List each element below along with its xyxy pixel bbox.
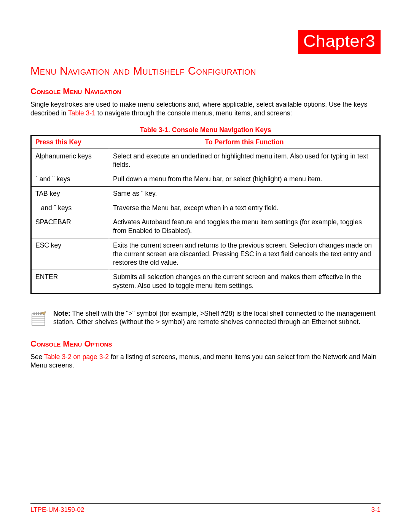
cell-key: ˙ and ¨ keys <box>31 172 109 187</box>
section2-intro: See Table 3-2 on page 3-2 for a listing … <box>30 353 381 370</box>
cell-key: TAB key <box>31 186 109 201</box>
section1-intro: Single keystrokes are used to make menu … <box>30 100 381 118</box>
cell-key: ENTER <box>31 270 109 294</box>
page-title: Menu Navigation and Multishelf Configura… <box>30 65 381 77</box>
chapter-badge: Chapter3 <box>298 30 381 54</box>
cell-key: ¯ and ˇ keys <box>31 201 109 215</box>
svg-rect-7 <box>38 312 39 315</box>
table-caption: Table 3-1. Console Menu Navigation Keys <box>30 126 381 134</box>
cell-func: Same as ¨ key. <box>109 186 380 201</box>
table-3-2-link[interactable]: Table 3-2 on page 3-2 <box>44 353 109 361</box>
table-row: TAB key Same as ¨ key. <box>31 186 380 201</box>
cell-func: Submits all selection changes on the cur… <box>109 270 380 294</box>
cell-func: Select and execute an underlined or high… <box>109 149 380 172</box>
cell-key: SPACEBAR <box>31 215 109 238</box>
table-row: Alphanumeric keys Select and execute an … <box>31 149 380 172</box>
svg-rect-5 <box>33 312 35 315</box>
table-row: ¯ and ˇ keys Traverse the Menu bar, exce… <box>31 201 380 215</box>
section-console-menu-options-title: Console Menu Options <box>30 339 381 349</box>
cell-func: Traverse the Menu bar, except when in a … <box>109 201 380 215</box>
footer-doc-id: LTPE-UM-3159-02 <box>30 506 84 514</box>
page-footer: LTPE-UM-3159-02 3-1 <box>30 503 381 514</box>
cell-key: Alphanumeric keys <box>31 149 109 172</box>
svg-rect-6 <box>36 312 37 315</box>
cell-func: Exits the current screen and returns to … <box>109 238 380 270</box>
svg-rect-0 <box>32 314 45 325</box>
table-row: ˙ and ¨ keys Pull down a menu from the M… <box>31 172 380 187</box>
note-text: Note: The shelf with the ">" symbol (for… <box>53 309 381 327</box>
table-3-1-link[interactable]: Table 3-1 <box>68 109 96 117</box>
table-header-key: Press this Key <box>31 135 109 149</box>
table-header-function: To Perform this Function <box>109 135 380 149</box>
cell-func: Activates Autobaud feature and toggles t… <box>109 215 380 238</box>
notepad-icon <box>30 311 46 327</box>
table-row: SPACEBAR Activates Autobaud feature and … <box>31 215 380 238</box>
intro-text-post: to navigate through the console menus, m… <box>96 109 292 117</box>
note-content: The shelf with the ">" symbol (for examp… <box>53 310 376 326</box>
table-row: ENTER Submits all selection changes on t… <box>31 270 380 294</box>
note-block: Note: The shelf with the ">" symbol (for… <box>30 309 381 327</box>
cell-func: Pull down a menu from the Menu bar, or s… <box>109 172 380 187</box>
cell-key: ESC key <box>31 238 109 270</box>
note-label: Note: <box>53 310 70 317</box>
console-nav-keys-table: Press this Key To Perform this Function … <box>30 135 381 294</box>
section2-text-pre: See <box>30 353 44 361</box>
section-console-menu-navigation-title: Console Menu Navigation <box>30 86 381 96</box>
footer-page-number: 3-1 <box>371 506 381 514</box>
table-row: ESC key Exits the current screen and ret… <box>31 238 380 270</box>
